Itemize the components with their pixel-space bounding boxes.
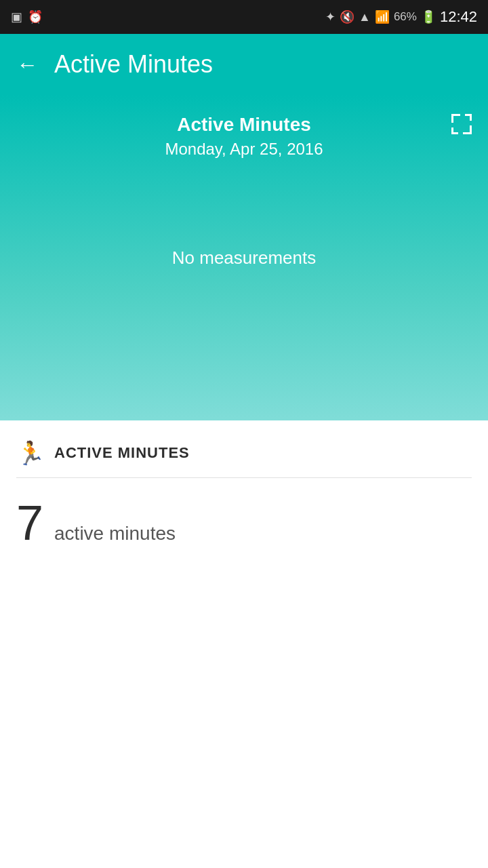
- mute-icon: 🔇: [340, 9, 354, 24]
- section-header: 🏃 ACTIVE MINUTES: [16, 439, 472, 478]
- chart-title: Active Minutes: [177, 114, 311, 136]
- back-button[interactable]: ←: [16, 52, 38, 77]
- app-bar-title: Active Minutes: [54, 50, 213, 79]
- section-title: ACTIVE MINUTES: [54, 444, 190, 462]
- fullscreen-button[interactable]: [451, 114, 472, 139]
- stat-row: 7 active minutes: [16, 492, 472, 554]
- status-bar-left: ▣ ⏰: [11, 9, 43, 24]
- chart-date: Monday, Apr 25, 2016: [165, 140, 323, 159]
- signal-icon: 📶: [375, 9, 390, 24]
- running-icon: 🏃: [16, 439, 45, 467]
- battery-level: 66%: [394, 10, 417, 24]
- wifi-icon: ▲: [359, 10, 371, 24]
- status-bar: ▣ ⏰ ✦ 🔇 ▲ 📶 66% 🔋 12:42: [0, 0, 488, 34]
- bluetooth-icon: ✦: [325, 9, 336, 24]
- status-bar-right: ✦ 🔇 ▲ 📶 66% 🔋 12:42: [325, 8, 477, 26]
- app-bar: ← Active Minutes: [0, 34, 488, 95]
- battery-icon: 🔋: [421, 9, 436, 24]
- no-measurements-label: No measurements: [172, 248, 316, 269]
- alarm-icon: ⏰: [28, 9, 43, 24]
- content-section: 🏃 ACTIVE MINUTES 7 active minutes: [0, 420, 488, 554]
- chart-area: Active Minutes Monday, Apr 25, 2016 No m…: [0, 95, 488, 420]
- status-time: 12:42: [440, 8, 477, 26]
- stat-label: active minutes: [54, 523, 176, 545]
- stat-value: 7: [16, 498, 43, 547]
- media-icon: ▣: [11, 9, 22, 24]
